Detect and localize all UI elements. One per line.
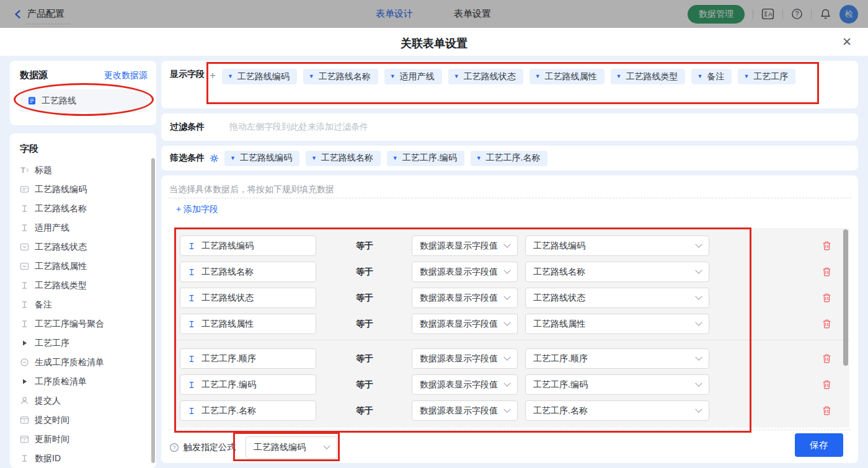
chevron-down-icon	[695, 379, 702, 386]
field-list-item[interactable]: 工序质检清单	[20, 372, 156, 391]
tab-form-settings[interactable]: 表单设置	[454, 8, 491, 20]
caret-down-icon	[309, 74, 314, 79]
field-list-item[interactable]: 工艺路线编码	[20, 180, 156, 199]
rule-field-input[interactable]: 工艺路线属性	[180, 314, 316, 334]
source-type-select[interactable]: 数据源表显示字段值	[412, 400, 518, 421]
trash-icon[interactable]	[822, 293, 832, 303]
caret-down-icon	[454, 74, 459, 79]
source-type-select[interactable]: 数据源表显示字段值	[412, 314, 518, 334]
field-list-item[interactable]: 标题	[20, 161, 156, 180]
caret-down-icon	[230, 156, 236, 161]
field-tag[interactable]: 工艺路线状态	[448, 69, 523, 84]
source-field-select[interactable]: 工艺路线属性	[525, 314, 709, 334]
field-tag[interactable]: 工艺路线名称	[303, 69, 378, 84]
add-field-link[interactable]: 添加字段	[176, 204, 218, 215]
field-list-item[interactable]: 生成工序质检清单	[20, 353, 156, 372]
field-list-item[interactable]: 适用产线	[20, 218, 156, 237]
source-type-select[interactable]: 数据源表显示字段值	[412, 288, 518, 308]
trash-icon[interactable]	[822, 267, 832, 277]
fields-title: 字段	[20, 143, 156, 155]
avatar[interactable]: 检	[839, 5, 858, 24]
source-field-select[interactable]: 工艺路线编码	[525, 236, 709, 256]
field-list-item[interactable]: 备注	[20, 295, 156, 314]
save-button[interactable]: 保存	[795, 433, 843, 457]
source-type-select[interactable]: 数据源表显示字段值	[412, 262, 518, 282]
source-field-select[interactable]: 工艺路线名称	[525, 262, 709, 282]
rule-field-input[interactable]: 工艺工序.编码	[180, 374, 316, 395]
source-type-select[interactable]: 数据源表显示字段值	[412, 374, 518, 395]
field-list-item[interactable]: 工艺工序编号聚合	[20, 314, 156, 333]
display-fields-panel: 显示字段 工艺路线编码 工艺路线名称 适用产线 工艺路线状态	[161, 61, 858, 108]
chevron-down-icon	[503, 353, 510, 360]
source-field-select[interactable]: 工艺工序.编码	[525, 374, 709, 395]
change-datasource-link[interactable]: 更改数据源	[104, 70, 148, 81]
tab-form-design[interactable]: 表单设计	[376, 8, 413, 20]
equals-label: 等于	[356, 262, 373, 282]
back-navigation[interactable]: 产品配置	[14, 0, 64, 28]
chevron-down-icon	[503, 405, 510, 412]
display-field-tags: 工艺路线编码 工艺路线名称 适用产线 工艺路线状态 工艺路线属性	[222, 69, 832, 84]
field-label: 工艺工序	[35, 338, 69, 349]
add-display-field-button[interactable]	[210, 69, 216, 82]
field-tag[interactable]: 适用产线	[384, 69, 442, 84]
field-tag[interactable]: 工艺路线名称	[306, 151, 381, 166]
text-icon	[20, 204, 29, 213]
field-list-item[interactable]: 提交人	[20, 391, 156, 410]
rule-field-input[interactable]: 工艺工序.顺序	[180, 348, 316, 369]
field-list-item[interactable]: 提交时间	[20, 410, 156, 430]
gear-icon[interactable]	[210, 154, 219, 163]
field-tag[interactable]: 工艺工序	[738, 69, 795, 84]
source-field-select[interactable]: 工艺路线状态	[525, 288, 709, 308]
trash-icon[interactable]	[822, 353, 832, 364]
trash-icon[interactable]	[822, 405, 832, 416]
close-icon[interactable]: ✕	[842, 35, 852, 49]
help-icon[interactable]	[791, 8, 803, 20]
field-list-item[interactable]: 更新时间	[20, 430, 156, 449]
field-list-item[interactable]: 工艺路线名称	[20, 199, 156, 218]
source-type-select[interactable]: 数据源表显示字段值	[412, 236, 518, 256]
text-icon	[20, 281, 29, 290]
field-tag[interactable]: 工艺路线编码	[222, 69, 297, 84]
field-tag[interactable]: 工艺路线编码	[224, 151, 299, 166]
back-label: 产品配置	[27, 8, 64, 20]
datasource-item-selected[interactable]: 工艺路线	[20, 89, 148, 112]
trash-icon[interactable]	[822, 241, 832, 251]
chevron-down-icon	[503, 241, 510, 247]
divider	[782, 9, 783, 19]
person-icon	[20, 396, 29, 405]
source-field-select[interactable]: 工艺工序.顺序	[525, 348, 709, 369]
field-list-item[interactable]: 数据ID	[20, 449, 156, 468]
source-type-select[interactable]: 数据源表显示字段值	[412, 348, 518, 369]
datasource-title: 数据源	[20, 69, 48, 81]
field-label: 工艺路线状态	[35, 242, 87, 253]
bell-icon[interactable]	[820, 8, 831, 20]
trigger-formula-row: 触发指定公式 工艺路线编码	[169, 434, 337, 461]
field-list-item[interactable]: 工艺路线属性	[20, 257, 156, 276]
source-field-select[interactable]: 工艺工序.名称	[525, 400, 709, 421]
trash-icon[interactable]	[822, 379, 832, 390]
trash-icon[interactable]	[822, 319, 832, 329]
rule-field-input[interactable]: 工艺工序.名称	[180, 400, 316, 421]
field-tag[interactable]: 工艺工序.编码	[387, 151, 464, 166]
data-manage-button[interactable]: 数据管理	[688, 5, 745, 24]
translate-icon[interactable]	[761, 7, 774, 20]
field-tag[interactable]: 工艺路线类型	[611, 69, 686, 84]
trigger-field-select[interactable]: 工艺路线编码	[246, 436, 337, 459]
field-tag[interactable]: 工艺工序.名称	[471, 151, 548, 166]
field-tag[interactable]: 备注	[691, 69, 732, 84]
fields-scrollbar-thumb[interactable]	[151, 158, 155, 463]
field-list-item[interactable]: 工艺路线状态	[20, 237, 156, 257]
chevron-down-icon	[503, 293, 510, 299]
rule-field-input[interactable]: 工艺路线状态	[180, 288, 316, 308]
field-list-item[interactable]: 工艺工序	[20, 333, 156, 353]
rules-scrollbar-thumb[interactable]	[843, 229, 848, 366]
rule-field-input[interactable]: 工艺路线编码	[180, 236, 316, 256]
field-tag[interactable]: 工艺路线属性	[529, 69, 604, 84]
datasource-panel: 数据源 更改数据源 工艺路线	[10, 61, 156, 125]
modal-header: 关联表单设置 ✕	[0, 28, 868, 56]
field-list-item[interactable]: 工艺路线类型	[20, 276, 156, 295]
chevron-down-icon	[503, 379, 510, 386]
help-icon[interactable]	[169, 443, 179, 453]
fields-panel: 字段 标题 工艺路线编码 工艺路线名称 适用产线 工艺路线状态	[10, 133, 156, 468]
rule-field-input[interactable]: 工艺路线名称	[180, 262, 316, 282]
